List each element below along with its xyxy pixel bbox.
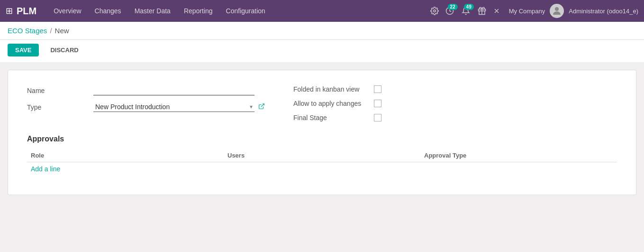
- name-input[interactable]: [93, 85, 254, 95]
- topnav-right: 22 49 My Company Administrator (odoo14_e…: [430, 4, 638, 18]
- menu-changes[interactable]: Changes: [89, 5, 127, 17]
- external-link-icon[interactable]: [258, 103, 265, 111]
- menu-reporting[interactable]: Reporting: [178, 5, 218, 17]
- add-line-cell: Add a line: [27, 162, 617, 176]
- chevron-down-icon: ▾: [248, 103, 254, 110]
- main-menu: Overview Changes Master Data Reporting C…: [48, 5, 430, 17]
- add-line-button[interactable]: Add a line: [31, 165, 60, 173]
- folded-kanban-checkbox[interactable]: [374, 85, 381, 93]
- name-row: Name: [27, 85, 265, 95]
- allow-changes-checkbox[interactable]: [374, 100, 381, 107]
- clock-icon-btn[interactable]: 22: [445, 7, 454, 15]
- main-area: Name Type New Product Introduction ▾: [0, 62, 644, 203]
- gift-icon-btn[interactable]: [478, 7, 486, 15]
- breadcrumb-separator: /: [50, 27, 52, 35]
- top-navigation: ⊞ PLM Overview Changes Master Data Repor…: [0, 0, 644, 22]
- user-menu[interactable]: Administrator (odoo14_e): [569, 8, 638, 15]
- type-row: Type New Product Introduction ▾: [27, 102, 265, 112]
- final-stage-label: Final Stage: [293, 114, 369, 121]
- menu-overview[interactable]: Overview: [48, 5, 87, 17]
- final-stage-checkbox[interactable]: [374, 114, 381, 121]
- menu-master-data[interactable]: Master Data: [129, 5, 176, 17]
- folded-kanban-row: Folded in kanban view: [293, 85, 381, 93]
- clock-badge: 22: [448, 4, 458, 10]
- discard-button[interactable]: DISCARD: [43, 44, 86, 56]
- settings-icon-btn[interactable]: [430, 7, 439, 15]
- save-button[interactable]: SAVE: [8, 44, 39, 56]
- close-icon-btn[interactable]: [493, 7, 500, 15]
- allow-changes-row: Allow to apply changes: [293, 100, 381, 107]
- grid-menu-icon[interactable]: ⊞: [6, 6, 13, 16]
- approvals-table: Role Users Approval Type Add a line: [27, 149, 617, 176]
- bell-badge: 49: [464, 4, 474, 10]
- breadcrumb-link[interactable]: ECO Stages: [8, 27, 47, 35]
- folded-kanban-label: Folded in kanban view: [293, 85, 369, 93]
- breadcrumb-current: New: [55, 27, 69, 35]
- name-label: Name: [27, 87, 93, 94]
- form-columns: Name Type New Product Introduction ▾: [27, 85, 617, 121]
- svg-point-0: [433, 10, 435, 12]
- approvals-title: Approvals: [27, 135, 617, 143]
- form-right-col: Folded in kanban view Allow to apply cha…: [293, 85, 381, 121]
- svg-line-7: [261, 104, 264, 107]
- user-avatar[interactable]: [550, 4, 564, 18]
- bell-icon-btn[interactable]: 49: [462, 7, 470, 15]
- breadcrumb: ECO Stages / New: [0, 22, 644, 40]
- approvals-add-row: Add a line: [27, 162, 617, 176]
- action-bar: SAVE DISCARD: [0, 40, 644, 62]
- col-approval-type: Approval Type: [420, 149, 617, 162]
- final-stage-row: Final Stage: [293, 114, 381, 121]
- type-select[interactable]: New Product Introduction: [93, 102, 248, 112]
- approvals-header-row: Role Users Approval Type: [27, 149, 617, 162]
- type-label: Type: [27, 103, 93, 111]
- col-users: Users: [224, 149, 420, 162]
- form-left-col: Name Type New Product Introduction ▾: [27, 85, 265, 119]
- col-role: Role: [27, 149, 224, 162]
- approvals-section: Approvals Role Users Approval Type Add a…: [27, 135, 617, 176]
- app-logo: PLM: [17, 6, 36, 17]
- allow-changes-label: Allow to apply changes: [293, 100, 369, 107]
- svg-point-6: [555, 7, 559, 11]
- form-card: Name Type New Product Introduction ▾: [8, 70, 636, 195]
- type-select-wrapper: New Product Introduction ▾: [93, 102, 254, 112]
- company-selector[interactable]: My Company: [509, 8, 545, 15]
- menu-configuration[interactable]: Configuration: [220, 5, 271, 17]
